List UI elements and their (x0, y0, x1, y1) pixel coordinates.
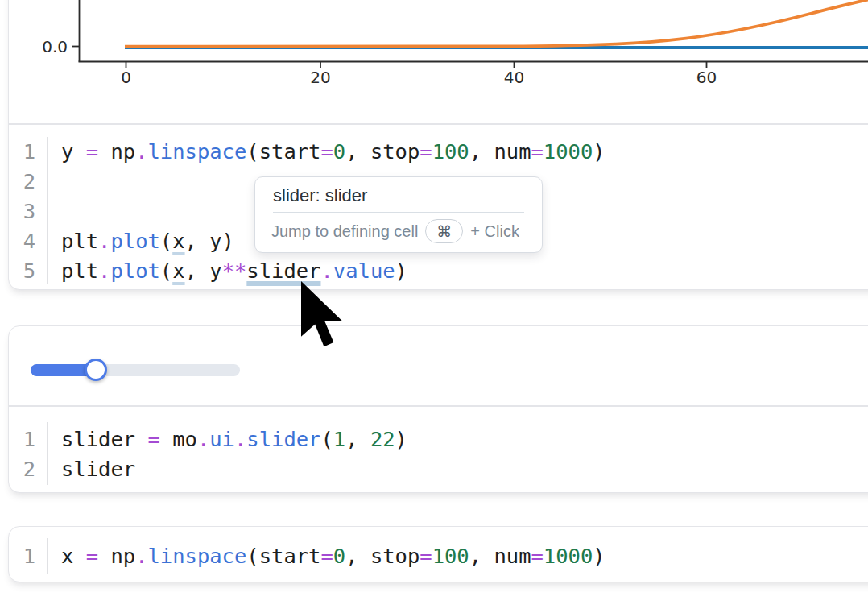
code-editor[interactable]: slider = mo.ui.slider(1, 22)slider (61, 425, 407, 484)
code-line[interactable]: plt.plot(x, y**slider.value) (61, 256, 606, 286)
code-line[interactable]: y = np.linspace(start=0, stop=100, num=1… (61, 137, 606, 167)
line-number: 2 (0, 454, 35, 484)
line-number: 2 (0, 167, 35, 197)
line-number: 5 (0, 256, 35, 286)
slider-thumb[interactable] (85, 359, 107, 381)
gutter-divider (47, 137, 48, 284)
line-numbers: 12345 (0, 137, 35, 286)
line-number: 1 (0, 541, 35, 571)
line-number: 1 (0, 425, 35, 454)
tooltip-title: slider: slider (255, 177, 542, 212)
line-numbers: 12 (0, 425, 35, 484)
line-number: 3 (0, 197, 35, 226)
gutter-divider (47, 538, 48, 574)
gutter-divider (47, 422, 48, 485)
variable-tooltip: slider: slider Jump to defining cell ⌘ +… (254, 176, 543, 253)
line-number: 4 (0, 226, 35, 256)
line-number: 1 (0, 137, 35, 167)
output-code-divider (9, 405, 868, 407)
output-code-divider (9, 123, 868, 125)
code-editor[interactable]: x = np.linspace(start=0, stop=100, num=1… (61, 541, 606, 571)
line-numbers: 1 (0, 541, 35, 571)
tooltip-hint-text: Jump to defining cell (271, 222, 418, 241)
marimo-notebook: { "app": { "kind": "marimo notebook (lig… (0, 0, 868, 601)
tooltip-hint-suffix: + Click (470, 222, 519, 241)
code-line[interactable]: slider (61, 454, 407, 484)
cmd-key: ⌘ (425, 219, 463, 243)
code-line[interactable]: slider = mo.ui.slider(1, 22) (61, 425, 407, 454)
code-line[interactable]: x = np.linspace(start=0, stop=100, num=1… (61, 541, 606, 571)
